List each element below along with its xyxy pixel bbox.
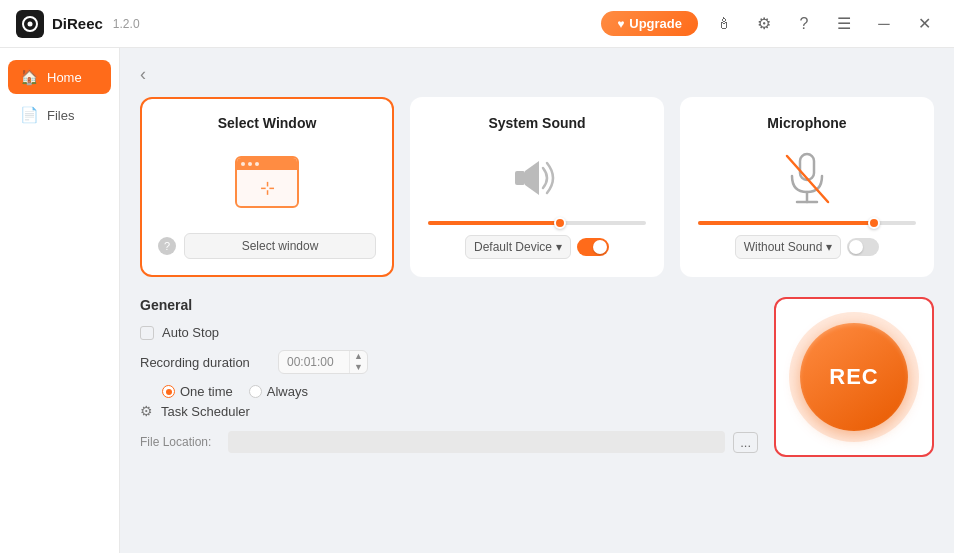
app-version: 1.2.0	[113, 17, 140, 31]
general-section: General Auto Stop Recording duration ▲ ▼	[140, 297, 934, 457]
rec-label: REC	[829, 364, 878, 390]
mic-chevron-down-icon: ▾	[826, 240, 832, 254]
recording-duration-label: Recording duration	[140, 355, 270, 370]
sound-slider-row	[428, 221, 646, 225]
always-label: Always	[267, 384, 308, 399]
auto-stop-label: Auto Stop	[162, 325, 219, 340]
cursor-icon: ⊹	[260, 177, 275, 199]
mic-toggle-knob	[849, 240, 863, 254]
select-window-title: Select Window	[158, 115, 376, 131]
microphone-icon-wrapper	[782, 148, 832, 208]
duration-down-button[interactable]: ▼	[350, 362, 367, 373]
window-body: ⊹	[237, 170, 297, 206]
system-sound-device-select[interactable]: Default Device ▾	[465, 235, 571, 259]
file-location-button[interactable]: ...	[733, 432, 758, 453]
recording-duration-row: Recording duration ▲ ▼	[140, 350, 758, 374]
repeat-mode-row: One time Always	[162, 384, 758, 399]
menu-icon-button[interactable]: ☰	[830, 10, 858, 38]
mic-slider-fill	[698, 221, 872, 225]
duration-arrows: ▲ ▼	[349, 351, 367, 373]
duration-up-button[interactable]: ▲	[350, 351, 367, 362]
microphone-icon-area	[782, 143, 832, 213]
system-sound-toggle[interactable]	[577, 238, 609, 256]
minimize-button[interactable]: ─	[870, 10, 898, 38]
one-time-label: One time	[180, 384, 233, 399]
mic-device-label: Without Sound	[744, 240, 823, 254]
mic-toggle[interactable]	[847, 238, 879, 256]
upgrade-button[interactable]: ♥ Upgrade	[601, 11, 698, 36]
cards-row: Select Window ⊹ ? Se	[140, 97, 934, 277]
candle-icon-button[interactable]: 🕯	[710, 10, 738, 38]
general-left: General Auto Stop Recording duration ▲ ▼	[140, 297, 758, 457]
mic-device-select[interactable]: Without Sound ▾	[735, 235, 842, 259]
svg-rect-0	[515, 171, 525, 185]
mic-device-row: Without Sound ▾	[698, 235, 916, 259]
select-window-bottom: ? Select window	[158, 233, 376, 259]
select-window-icon-area: ⊹	[235, 143, 299, 221]
dot1	[241, 162, 245, 166]
system-sound-device-row: Default Device ▾	[428, 235, 646, 259]
radio-always[interactable]: Always	[249, 384, 308, 399]
sidebar-item-home[interactable]: 🏠 Home	[8, 60, 111, 94]
sidebar-item-files[interactable]: 📄 Files	[8, 98, 111, 132]
close-button[interactable]: ✕	[910, 10, 938, 38]
system-sound-toggle-knob	[593, 240, 607, 254]
help-circle-icon[interactable]: ?	[158, 237, 176, 255]
rec-outer-ring: REC	[789, 312, 919, 442]
titlebar-right: ♥ Upgrade 🕯 ⚙ ? ☰ ─ ✕	[601, 10, 938, 38]
task-scheduler-row[interactable]: ⚙ Task Scheduler	[140, 403, 758, 419]
system-sound-card[interactable]: System Sound	[410, 97, 664, 277]
sound-slider-thumb[interactable]	[554, 217, 566, 229]
back-button[interactable]: ‹	[140, 64, 146, 85]
rec-container: REC	[774, 297, 934, 457]
mic-slider-row	[698, 221, 916, 225]
sound-slider-fill	[428, 221, 559, 225]
settings-icon-button[interactable]: ⚙	[750, 10, 778, 38]
files-icon: 📄	[20, 106, 39, 124]
general-title: General	[140, 297, 758, 313]
chevron-down-icon: ▾	[556, 240, 562, 254]
system-sound-title: System Sound	[428, 115, 646, 131]
gear-icon: ⚙	[140, 403, 153, 419]
svg-marker-1	[525, 161, 539, 195]
heart-icon: ♥	[617, 17, 624, 31]
home-icon: 🏠	[20, 68, 39, 86]
system-sound-device-label: Default Device	[474, 240, 552, 254]
window-icon: ⊹	[235, 156, 299, 208]
select-window-button[interactable]: Select window	[184, 233, 376, 259]
radio-always-circle	[249, 385, 262, 398]
app-icon	[16, 10, 44, 38]
sidebar: 🏠 Home 📄 Files	[0, 48, 120, 553]
app-icon-ring	[22, 16, 38, 32]
content-area: ‹ Select Window ⊹	[120, 48, 954, 553]
auto-stop-row: Auto Stop	[140, 325, 758, 340]
help-icon-button[interactable]: ?	[790, 10, 818, 38]
rec-button[interactable]: REC	[800, 323, 908, 431]
task-scheduler-label: Task Scheduler	[161, 404, 250, 419]
file-location-label: File Location:	[140, 435, 220, 449]
auto-stop-checkbox[interactable]	[140, 326, 154, 340]
duration-input[interactable]	[279, 352, 349, 372]
sound-slider-track[interactable]	[428, 221, 646, 225]
microphone-card[interactable]: Microphone	[680, 97, 934, 277]
sidebar-files-label: Files	[47, 108, 74, 123]
volume-icon	[507, 153, 567, 203]
window-topbar	[237, 158, 297, 170]
dot2	[248, 162, 252, 166]
upgrade-label: Upgrade	[629, 16, 682, 31]
radio-one-time[interactable]: One time	[162, 384, 233, 399]
app-icon-dot	[28, 21, 33, 26]
file-location-row: File Location: ...	[140, 431, 758, 453]
titlebar-left: DiReec 1.2.0	[16, 10, 140, 38]
file-location-bar	[228, 431, 725, 453]
svg-rect-2	[800, 154, 814, 180]
radio-one-time-dot	[166, 389, 172, 395]
mic-slider-track[interactable]	[698, 221, 916, 225]
duration-input-wrap: ▲ ▼	[278, 350, 368, 374]
mic-slider-thumb[interactable]	[868, 217, 880, 229]
app-name: DiReec	[52, 15, 103, 32]
sidebar-home-label: Home	[47, 70, 82, 85]
select-window-card[interactable]: Select Window ⊹ ? Se	[140, 97, 394, 277]
main-layout: 🏠 Home 📄 Files ‹ Select Window	[0, 48, 954, 553]
microphone-icon	[782, 148, 832, 208]
